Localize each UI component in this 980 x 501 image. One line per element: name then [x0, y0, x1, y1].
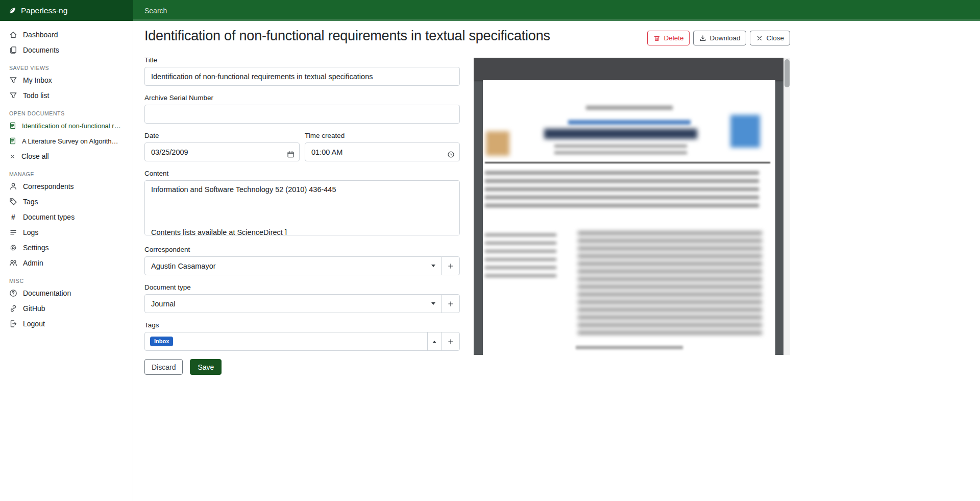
sidebar-item-label: Todo list: [23, 91, 49, 100]
sidebar-item-label: Documents: [23, 46, 59, 54]
correspondent-label: Correspondent: [144, 246, 460, 253]
blurred-abstract-block: [485, 171, 759, 208]
date-input[interactable]: [144, 142, 300, 161]
sidebar-open-document-2[interactable]: A Literature Survey on Algorithms for Mu…: [0, 133, 133, 149]
blurred-subtitle-lines: [554, 145, 687, 157]
add-tag-button[interactable]: [441, 332, 460, 351]
sidebar-item-label: Close all: [21, 152, 49, 160]
person-icon: [9, 182, 17, 190]
content-textarea[interactable]: Information and Software Technology 52 (…: [144, 180, 460, 235]
download-button[interactable]: Download: [693, 31, 746, 45]
plus-icon: [447, 263, 454, 270]
sidebar-item-github[interactable]: GitHub: [0, 301, 133, 316]
blurred-footer-line: [576, 346, 683, 349]
title-field: Title: [144, 56, 460, 86]
sidebar-item-label: Logout: [23, 320, 45, 328]
document-edit-form: Title Archive Serial Number Date Time cr…: [144, 56, 460, 375]
add-document-type-button[interactable]: [441, 294, 460, 313]
sidebar-item-correspondents[interactable]: Correspondents: [0, 179, 133, 194]
close-button[interactable]: Close: [750, 31, 790, 45]
tag-badge-inbox[interactable]: Inbox: [150, 337, 173, 346]
sidebar-item-label: Dashboard: [23, 31, 58, 39]
list-icon: [9, 228, 17, 236]
calendar-icon[interactable]: [287, 151, 295, 158]
sidebar: Dashboard Documents SAVED VIEWS My Inbox…: [0, 21, 133, 501]
saved-views-header: SAVED VIEWS: [9, 65, 124, 71]
asn-input[interactable]: [144, 105, 460, 124]
sidebar-item-label: Admin: [23, 259, 43, 267]
sidebar-item-documents[interactable]: Documents: [0, 42, 133, 58]
time-created-input[interactable]: [305, 142, 460, 161]
trash-icon: [653, 35, 660, 42]
link-icon: [9, 304, 17, 313]
sidebar-item-dashboard[interactable]: Dashboard: [0, 27, 133, 42]
correspondent-field: Correspondent Agustin Casamayor: [144, 246, 460, 275]
sidebar-item-logout[interactable]: Logout: [0, 316, 133, 331]
sidebar-item-tags[interactable]: Tags: [0, 194, 133, 209]
sidebar-item-label: Documentation: [23, 289, 71, 297]
misc-header: MISC: [9, 278, 124, 284]
pdf-scrollbar[interactable]: [783, 58, 790, 355]
document-type-field: Document type Journal: [144, 283, 460, 313]
form-buttons: Discard Save: [144, 359, 460, 375]
people-icon: [9, 259, 17, 267]
brand-link[interactable]: Paperless-ng: [0, 0, 133, 21]
blurred-link-line: [568, 120, 691, 125]
tags-field: Tags Inbox: [144, 321, 460, 351]
funnel-icon: [9, 91, 17, 100]
document-detail-view: Identification of non-functional require…: [133, 21, 980, 501]
title-input[interactable]: [144, 67, 460, 86]
pdf-scrollbar-thumb[interactable]: [785, 59, 790, 87]
tags-dropdown-toggle[interactable]: [427, 332, 442, 351]
tags-label: Tags: [144, 321, 460, 329]
caret-up-icon: [431, 339, 437, 345]
date-time-row: Date Time created: [144, 132, 460, 170]
blurred-journal-thumbnail: [486, 131, 509, 156]
search-input[interactable]: [133, 0, 450, 21]
sidebar-open-document-1[interactable]: Identification of non-functional require…: [0, 118, 133, 133]
blurred-body-text: [578, 231, 762, 339]
plus-icon: [447, 338, 454, 345]
sidebar-item-admin[interactable]: Admin: [0, 255, 133, 271]
asn-field: Archive Serial Number: [144, 94, 460, 124]
sidebar-item-settings[interactable]: Settings: [0, 240, 133, 255]
correspondent-select[interactable]: Agustin Casamayor: [144, 256, 442, 275]
house-icon: [9, 31, 17, 39]
title-label: Title: [144, 56, 460, 64]
sidebar-item-document-types[interactable]: # Document types: [0, 209, 133, 225]
blurred-publisher-logo: [730, 115, 760, 148]
manage-header: MANAGE: [9, 171, 124, 177]
sidebar-item-close-all[interactable]: Close all: [0, 149, 133, 164]
top-navbar: Paperless-ng: [0, 0, 980, 21]
download-icon: [699, 35, 706, 42]
content-field: Content Information and Software Technol…: [144, 170, 460, 237]
asn-label: Archive Serial Number: [144, 94, 460, 102]
sidebar-item-label: Tags: [23, 198, 38, 206]
download-button-label: Download: [709, 34, 740, 42]
sidebar-item-documentation[interactable]: Documentation: [0, 285, 133, 301]
save-button[interactable]: Save: [190, 359, 222, 375]
open-documents-header: OPEN DOCUMENTS: [9, 110, 124, 116]
sidebar-item-label: Logs: [23, 228, 38, 236]
paperless-logo-icon: [8, 7, 16, 15]
gear-icon: [9, 244, 17, 252]
close-button-label: Close: [766, 34, 784, 42]
sidebar-item-logs[interactable]: Logs: [0, 225, 133, 240]
clock-icon[interactable]: [447, 151, 455, 158]
add-correspondent-button[interactable]: [441, 256, 460, 275]
pdf-page: [483, 80, 775, 355]
sidebar-item-label: GitHub: [23, 304, 45, 313]
file-text-icon: [9, 137, 16, 145]
delete-button[interactable]: Delete: [647, 31, 690, 45]
sidebar-item-my-inbox[interactable]: My Inbox: [0, 73, 133, 88]
document-type-select[interactable]: Journal: [144, 294, 442, 313]
sidebar-item-todo-list[interactable]: Todo list: [0, 88, 133, 103]
tag-icon: [9, 198, 17, 206]
time-created-field: Time created: [305, 132, 460, 161]
discard-button[interactable]: Discard: [144, 359, 183, 375]
tags-input[interactable]: Inbox: [144, 332, 428, 351]
files-icon: [9, 46, 17, 54]
question-circle-icon: [9, 289, 17, 297]
hash-icon: #: [9, 213, 17, 221]
close-icon: [9, 153, 16, 160]
